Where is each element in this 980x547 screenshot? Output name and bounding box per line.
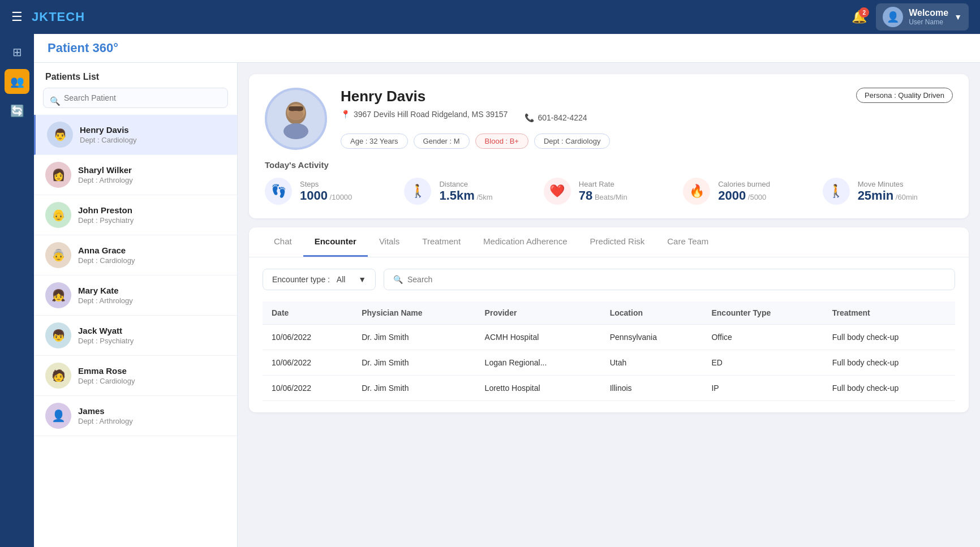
activity-card: 🔥 Calories burned 2000 /5000 xyxy=(683,178,813,205)
activity-title: Today's Activity xyxy=(265,160,953,170)
welcome-label: Welcome xyxy=(909,8,948,18)
search-input[interactable] xyxy=(43,88,228,108)
tab-encounter[interactable]: Encounter xyxy=(303,227,368,257)
activity-label: Distance xyxy=(439,180,492,188)
profile-top: Henry Davis Persona : Quality Driven 📍 3… xyxy=(265,88,953,150)
patient-info: John Preston Dept : Psychiatry xyxy=(78,205,134,225)
activity-section: Today's Activity 👣 Steps 1000 /10000 🚶 D… xyxy=(265,160,953,205)
encounter-type-value: All xyxy=(337,275,346,284)
activity-value: 2000 /5000 xyxy=(718,188,770,203)
activity-info: Calories burned 2000 /5000 xyxy=(718,180,770,203)
activity-suffix: /5000 xyxy=(746,193,766,201)
activity-suffix: /60min xyxy=(893,193,918,201)
patient-dept: Dept : Arthrology xyxy=(78,296,133,305)
patient-avatar: 🧑 xyxy=(45,363,71,389)
activity-icon-wrap: ❤️ xyxy=(544,178,571,205)
dept-tag: Dept : Cardiology xyxy=(534,133,610,149)
patient-list-item[interactable]: 👩 Sharyl Wilker Dept : Arthrology xyxy=(34,155,237,195)
tab-care[interactable]: Care Team xyxy=(656,227,720,257)
profile-info: Henry Davis Persona : Quality Driven 📍 3… xyxy=(341,88,953,149)
hamburger-icon[interactable]: ☰ xyxy=(11,10,23,24)
patient-info: Emma Rose Dept : Cardiology xyxy=(78,366,135,385)
patient-dept: Dept : Cardiology xyxy=(78,256,135,265)
table-cell: 10/06/2022 xyxy=(263,376,353,401)
patients-list: 👨 Henry Davis Dept : Cardiology 👩 Sharyl… xyxy=(34,115,237,547)
activity-card: 👣 Steps 1000 /10000 xyxy=(265,178,395,205)
encounter-search-input[interactable] xyxy=(407,275,945,284)
activity-cards: 👣 Steps 1000 /10000 🚶 Distance 1.5km /5k… xyxy=(265,178,953,205)
patient-avatar: 👴 xyxy=(45,202,71,228)
patients-sidebar: Patients List 🔍 👨 Henry Davis Dept : Car… xyxy=(34,63,238,547)
address-phone-row: 📍 3967 Devils Hill Road Ridgeland, MS 39… xyxy=(341,110,953,126)
patient-list-item[interactable]: 👨 Henry Davis Dept : Cardiology xyxy=(34,115,237,155)
patient-list-item[interactable]: 👦 Jack Wyatt Dept : Psychiatry xyxy=(34,316,237,356)
content-area: Patient 360° Patients List 🔍 👨 Henry Dav… xyxy=(34,34,980,547)
tab-vitals[interactable]: Vitals xyxy=(368,227,411,257)
tab-medication[interactable]: Medication Adherence xyxy=(472,227,578,257)
patient-avatar: 👩 xyxy=(45,162,71,188)
activity-icon-wrap: 🔥 xyxy=(683,178,710,205)
sidebar-item-dashboard[interactable]: ⊞ xyxy=(5,40,29,64)
table-cell: Full body check-up xyxy=(823,376,955,401)
table-cell: Full body check-up xyxy=(823,325,955,350)
patient-list-item[interactable]: 👵 Anna Grace Dept : Cardiology xyxy=(34,235,237,275)
top-nav: ☰ JKTECH 🔔 2 👤 Welcome User Name ▼ xyxy=(0,0,980,34)
table-cell: Full body check-up xyxy=(823,350,955,376)
encounter-type-label: Encounter type : xyxy=(272,275,332,284)
patient-list-item[interactable]: 👧 Mary Kate Dept : Arthrology xyxy=(34,275,237,316)
activity-icon-wrap: 👣 xyxy=(265,178,292,205)
table-column-header: Provider xyxy=(476,302,601,325)
chevron-down-icon: ▼ xyxy=(954,12,962,21)
sidebar-item-sync[interactable]: 🔄 xyxy=(5,98,29,123)
table-cell: Pennsylvania xyxy=(601,325,703,350)
notification-badge: 2 xyxy=(859,7,869,18)
patient-address: 📍 3967 Devils Hill Road Ridgeland, MS 39… xyxy=(341,110,508,119)
patient-name: Jack Wyatt xyxy=(78,326,134,335)
filter-row: Encounter type : All ▼ 🔍 xyxy=(263,269,955,290)
patient-detail: Henry Davis Persona : Quality Driven 📍 3… xyxy=(238,63,980,547)
encounter-table: DatePhysician NameProviderLocationEncoun… xyxy=(263,302,955,401)
table-cell: 10/06/2022 xyxy=(263,325,353,350)
patient-name: Emma Rose xyxy=(78,366,135,376)
table-column-header: Treatment xyxy=(823,302,955,325)
table-column-header: Date xyxy=(263,302,353,325)
patient-dept: Dept : Psychiatry xyxy=(78,216,134,225)
tab-chat[interactable]: Chat xyxy=(263,227,303,257)
patient-list-item[interactable]: 👤 James Dept : Arthrology xyxy=(34,396,237,436)
patient-dept: Dept : Arthrology xyxy=(78,176,133,184)
user-menu[interactable]: 👤 Welcome User Name ▼ xyxy=(876,3,969,31)
tabs-header: ChatEncounterVitalsTreatmentMedication A… xyxy=(249,227,969,257)
patient-list-item[interactable]: 🧑 Emma Rose Dept : Cardiology xyxy=(34,356,237,396)
patient-info: James Dept : Arthrology xyxy=(78,406,133,425)
phone-icon: 📞 xyxy=(525,113,534,122)
table-column-header: Encounter Type xyxy=(702,302,823,325)
patient-name: Henry Davis xyxy=(341,88,425,105)
table-column-header: Physician Name xyxy=(353,302,475,325)
activity-suffix: /10000 xyxy=(328,193,352,201)
chevron-down-icon: ▼ xyxy=(358,275,366,284)
activity-value: 25min /60min xyxy=(858,188,918,203)
patient-phone: 📞 601-842-4224 xyxy=(525,113,587,122)
main-wrap: ⊞ 👥 🔄 Patient 360° Patients List 🔍 👨 Hen… xyxy=(0,34,980,547)
activity-value: 1.5km /5km xyxy=(439,188,492,203)
sidebar-item-patients[interactable]: 👥 xyxy=(5,69,29,94)
location-icon: 📍 xyxy=(341,110,350,119)
notification-button[interactable]: 🔔 2 xyxy=(852,10,867,24)
activity-label: Move Minutes xyxy=(858,180,918,188)
patient-name: Sharyl Wilker xyxy=(78,165,133,175)
tab-risk[interactable]: Predicted Risk xyxy=(579,227,656,257)
persona-badge: Persona : Quality Driven xyxy=(856,88,953,103)
activity-card: 🚶 Distance 1.5km /5km xyxy=(404,178,534,205)
gender-tag: Gender : M xyxy=(414,133,470,149)
tabs-card: ChatEncounterVitalsTreatmentMedication A… xyxy=(249,227,969,412)
page-title: Patient 360° xyxy=(48,41,966,55)
tab-treatment[interactable]: Treatment xyxy=(411,227,472,257)
patient-list-item[interactable]: 👴 John Preston Dept : Psychiatry xyxy=(34,195,237,235)
table-cell: 10/06/2022 xyxy=(263,350,353,376)
patient-avatar: 👨 xyxy=(47,122,73,148)
table-cell: IP xyxy=(702,376,823,401)
activity-info: Move Minutes 25min /60min xyxy=(858,180,918,203)
encounter-type-select[interactable]: Encounter type : All ▼ xyxy=(263,269,376,290)
table-column-header: Location xyxy=(601,302,703,325)
patients-list-header: Patients List xyxy=(34,63,237,88)
